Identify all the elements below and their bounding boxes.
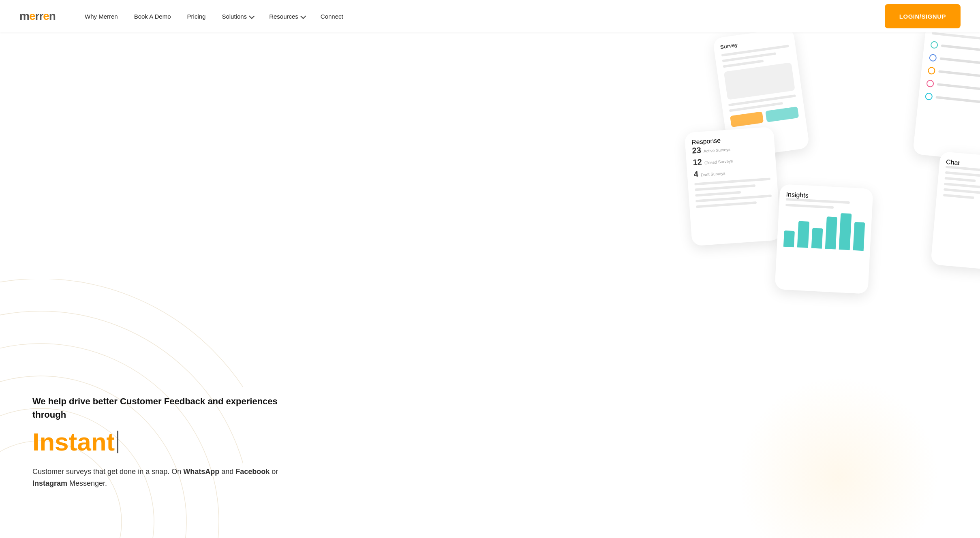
- logo-e2: e: [43, 10, 49, 22]
- stat-num-active: 23: [692, 145, 702, 155]
- chart-bar: [783, 231, 795, 247]
- hero-content: We help drive better Customer Feedback a…: [32, 395, 284, 489]
- radio-line: [935, 96, 980, 104]
- logo[interactable]: merren: [19, 11, 56, 22]
- radio-line: [937, 83, 980, 91]
- radio-circle-orange: [928, 67, 936, 75]
- radio-circle-pink: [926, 79, 934, 88]
- login-signup-button[interactable]: LOGIN/SIGNUP: [885, 4, 961, 28]
- logo-m: m: [19, 10, 29, 22]
- stat-num-closed: 12: [693, 157, 702, 167]
- mock-line: [694, 177, 770, 185]
- mock-line: [696, 201, 757, 208]
- chevron-down-icon: [249, 15, 253, 17]
- mock-line: [695, 191, 741, 197]
- logo-e: e: [29, 10, 35, 22]
- radio-circle-teal: [930, 41, 938, 49]
- mock-line: [695, 184, 755, 191]
- mock-btn-teal: [765, 107, 799, 122]
- phone-chat: Chat: [931, 152, 980, 270]
- hero-animated-word: Instant: [32, 429, 284, 455]
- radio-line: [941, 45, 980, 52]
- cursor-bar: [117, 431, 118, 453]
- mock-line: [944, 188, 980, 194]
- stat-draft: 4 Draft Surveys: [693, 164, 770, 179]
- nav-connect[interactable]: Connect: [314, 10, 350, 23]
- radio-option-2: [929, 54, 980, 67]
- logo-n: n: [49, 10, 56, 22]
- chart-bar: [811, 228, 823, 248]
- chart-bar: [825, 216, 837, 249]
- mock-line: [945, 177, 976, 182]
- hero-section: We help drive better Customer Feedback a…: [0, 32, 980, 538]
- radio-line: [939, 57, 980, 65]
- stat-label-active: Active Surveys: [704, 147, 731, 154]
- hero-tagline: We help drive better Customer Feedback a…: [32, 395, 284, 421]
- mock-line: [943, 194, 974, 199]
- logo-rren: rr: [35, 10, 43, 22]
- stat-label-draft: Draft Surveys: [701, 171, 725, 177]
- radio-option-1: [930, 41, 980, 54]
- phone-response: Response 23 Active Surveys 12 Closed Sur…: [685, 127, 781, 246]
- radio-line: [938, 70, 980, 78]
- phone-mockups: Survey: [688, 32, 980, 300]
- nav-resources[interactable]: Resources: [263, 10, 311, 23]
- chevron-down-icon: [300, 15, 304, 17]
- radio-circle-cyan: [925, 92, 933, 100]
- nav-links: Why Merren Book A Demo Pricing Solutions…: [78, 10, 885, 23]
- radio-option-4: [926, 79, 980, 93]
- phone-radio: [913, 32, 980, 162]
- nav-pricing[interactable]: Pricing: [181, 10, 212, 23]
- navbar: merren Why Merren Book A Demo Pricing So…: [0, 0, 980, 32]
- chart-bar: [839, 213, 852, 250]
- stat-num-draft: 4: [693, 169, 699, 179]
- stat-label-closed: Closed Surveys: [704, 159, 733, 165]
- mock-line: [945, 171, 980, 177]
- radio-option-5: [925, 92, 980, 106]
- nav-why-merren[interactable]: Why Merren: [78, 10, 124, 23]
- background-glow: [737, 376, 939, 538]
- chart-bar: [797, 221, 809, 248]
- chart-bar: [853, 222, 865, 251]
- bar-chart: [783, 209, 865, 254]
- mock-image: [724, 62, 795, 100]
- radio-circle-blue: [929, 54, 937, 62]
- mock-line: [932, 32, 980, 41]
- nav-solutions[interactable]: Solutions: [215, 10, 259, 23]
- hero-description: Customer surveys that get done in a snap…: [32, 466, 284, 489]
- mock-line: [785, 204, 834, 209]
- radio-option-3: [928, 67, 980, 80]
- mock-btn-orange: [730, 111, 764, 127]
- phone-insights: Insights: [775, 184, 873, 294]
- nav-book-demo[interactable]: Book A Demo: [128, 10, 178, 23]
